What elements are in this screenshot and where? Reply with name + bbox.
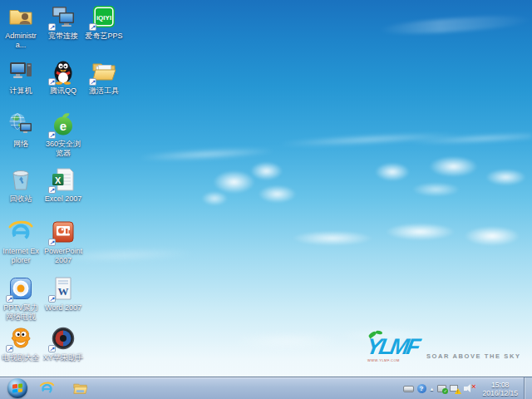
desktop-icon-computer[interactable]: 计算机	[1, 58, 41, 96]
icon-label: XY苹果助手	[43, 353, 83, 362]
taskbar-ie-button[interactable]	[37, 379, 57, 398]
tv-mascot-icon	[7, 325, 34, 352]
desktop: YLMF WWW.YLMF.COM SOAR ABOVE THE SKY Adm…	[0, 0, 532, 399]
svg-text:X: X	[55, 175, 62, 185]
desktop-icon-word[interactable]: W Word 2007	[43, 275, 83, 313]
pptv-icon	[7, 275, 34, 302]
desktop-icon-activation-tools[interactable]: 激活工具	[84, 58, 124, 96]
desktop-icon-qq[interactable]: 腾讯QQ	[43, 58, 83, 96]
desktop-icon-iqiyi[interactable]: iQIYI 爱奇艺PPS	[84, 3, 124, 41]
input-indicator-icon[interactable]	[403, 386, 414, 392]
device-ready-icon[interactable]	[437, 385, 446, 392]
clock-time: 15:08	[482, 381, 518, 389]
icon-label: 电视剧大全	[1, 353, 41, 362]
taskbar-clock[interactable]: 15:08 2016/12/15	[476, 381, 524, 397]
system-tray: 15:08 2016/12/15	[401, 377, 532, 399]
recycle-bin-icon	[7, 166, 34, 193]
hidden-icons-chevron[interactable]	[430, 386, 435, 392]
desktop-icon-broadband[interactable]: 宽带连接	[43, 3, 83, 41]
shortcut-arrow-icon	[89, 78, 96, 86]
iqiyi-icon: iQIYI	[91, 3, 117, 30]
svg-text:e: e	[60, 119, 66, 133]
volume-muted-icon[interactable]	[464, 384, 475, 393]
desktop-icon-internet-explorer[interactable]: Internet Explorer	[1, 219, 41, 264]
icon-label: 网络	[1, 140, 41, 149]
desktop-icon-tv-series[interactable]: 电视剧大全	[1, 325, 41, 362]
icon-label: 宽带连接	[43, 32, 83, 41]
shortcut-arrow-icon	[6, 295, 13, 303]
icon-label: Internet Explorer	[1, 247, 41, 264]
icon-label: PowerPoint 2007	[43, 247, 83, 264]
desktop-icon-excel[interactable]: X Excel 2007	[43, 166, 83, 204]
icon-label: 激活工具	[84, 86, 124, 96]
icon-label: 360安全浏览器	[43, 140, 83, 157]
word-icon: W	[50, 275, 76, 302]
internet-explorer-icon	[39, 381, 55, 397]
ylmf-brand-text: YLMF	[365, 335, 420, 358]
folder-icon	[72, 381, 88, 397]
taskbar-explorer-button[interactable]	[70, 379, 90, 398]
shortcut-arrow-icon	[48, 23, 56, 31]
network-warning-icon[interactable]	[450, 384, 461, 393]
desktop-icon-powerpoint[interactable]: PowerPoint 2007	[43, 219, 83, 264]
help-icon[interactable]	[417, 384, 426, 393]
ylmf-website-text: WWW.YLMF.COM	[367, 358, 400, 362]
computer-icon	[7, 58, 34, 85]
windows-flag-icon	[12, 383, 22, 392]
user-folder-icon	[7, 3, 34, 30]
icon-label: Excel 2007	[43, 195, 83, 204]
excel-icon: X	[50, 166, 76, 193]
icon-label: 爱奇艺PPS	[84, 32, 124, 41]
svg-text:iQIYI: iQIYI	[96, 14, 111, 22]
powerpoint-icon	[50, 219, 76, 245]
qq-penguin-icon	[50, 58, 76, 85]
icon-label: 计算机	[1, 86, 41, 96]
360-browser-icon: e	[50, 111, 76, 138]
icon-label: Administra...	[1, 32, 41, 49]
xy-disc-icon	[50, 325, 76, 352]
network-globe-icon	[7, 111, 34, 138]
shortcut-arrow-icon	[48, 78, 56, 86]
icon-label: Word 2007	[43, 303, 83, 313]
desktop-icon-administrator[interactable]: Administra...	[1, 3, 41, 49]
ylmf-logo: YLMF WWW.YLMF.COM SOAR ABOVE THE SKY	[363, 335, 517, 367]
shortcut-arrow-icon	[48, 345, 56, 352]
ylmf-slogan-text: SOAR ABOVE THE SKY	[426, 352, 521, 360]
shortcut-arrow-icon	[48, 295, 56, 303]
open-folder-icon	[91, 58, 117, 85]
desktop-icon-pptv[interactable]: PPTV聚力 网络电视	[1, 275, 41, 321]
icon-label: PPTV聚力 网络电视	[1, 303, 41, 321]
shortcut-arrow-icon	[48, 239, 56, 246]
desktop-icon-recycle-bin[interactable]: 回收站	[1, 166, 41, 204]
shortcut-arrow-icon	[48, 186, 56, 194]
icon-label: 回收站	[1, 195, 41, 204]
icon-label: 腾讯QQ	[43, 86, 83, 96]
desktop-icon-xy-assistant[interactable]: XY苹果助手	[43, 325, 83, 362]
show-desktop-button[interactable]	[524, 377, 532, 399]
shortcut-arrow-icon	[6, 345, 13, 352]
desktop-icon-360-browser[interactable]: e 360安全浏览器	[43, 111, 83, 157]
start-button[interactable]	[7, 378, 27, 398]
svg-text:W: W	[58, 285, 69, 298]
desktop-icon-network[interactable]: 网络	[1, 111, 41, 149]
internet-explorer-icon	[7, 219, 34, 245]
shortcut-arrow-icon	[89, 23, 96, 31]
broadband-icon	[50, 3, 76, 30]
shortcut-arrow-icon	[48, 131, 56, 139]
clock-date: 2016/12/15	[482, 389, 518, 397]
taskbar: 15:08 2016/12/15	[0, 377, 532, 399]
